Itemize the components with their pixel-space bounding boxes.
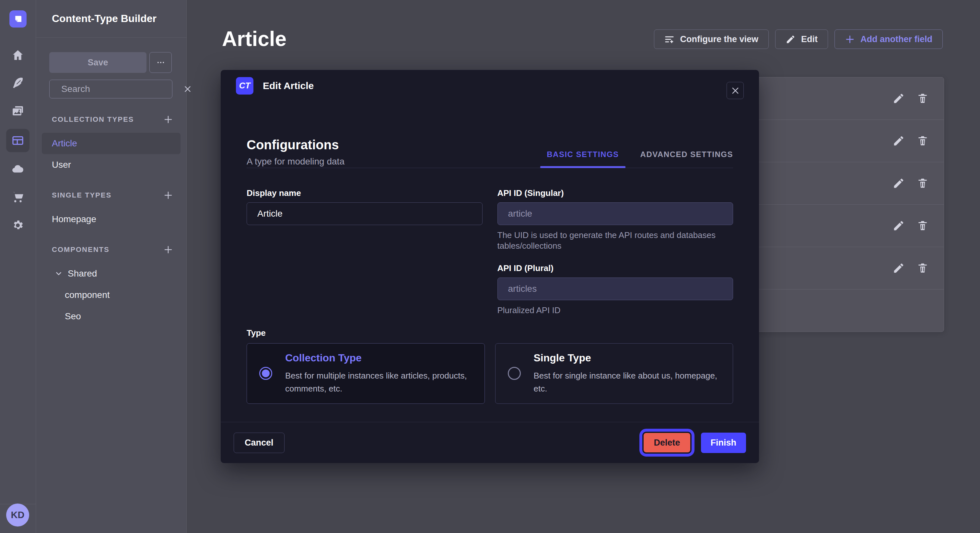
single-type-option[interactable]: Single Type Best for single instance lik… [495, 343, 733, 404]
plus-icon [845, 34, 855, 44]
search-input[interactable] [61, 84, 178, 94]
more-actions-button[interactable] [150, 52, 172, 73]
api-id-singular-hint: The UID is used to generate the API rout… [498, 230, 724, 252]
plus-icon [163, 190, 173, 200]
api-id-plural-field: API ID (Plural) Pluralized API ID [498, 263, 733, 316]
sidebar-item-seo[interactable]: Seo [42, 306, 180, 327]
radio-selected-icon[interactable] [259, 367, 272, 380]
home-icon [11, 49, 24, 62]
edit-content-type-modal: CT Edit Article Configurations A type fo… [221, 70, 759, 463]
edit-field-button[interactable] [892, 135, 905, 147]
nav-settings[interactable] [6, 214, 30, 237]
delete-field-button[interactable] [916, 219, 929, 232]
add-another-field-button[interactable]: Add another field [835, 30, 943, 49]
pencil-icon [892, 92, 905, 105]
single-types-label: SINGLE TYPES [52, 191, 111, 200]
finish-button[interactable]: Finish [701, 433, 746, 453]
edit-field-button[interactable] [892, 219, 905, 232]
gear-icon [11, 219, 24, 232]
clear-search-button[interactable] [183, 85, 192, 93]
plugin-sidebar: Content-Type Builder Save COLLECTION TYP… [36, 0, 187, 533]
configure-view-label: Configure the view [680, 34, 758, 44]
type-section: Type Collection Type Best for multiple i… [247, 328, 733, 404]
pictures-icon [11, 105, 24, 117]
nav-content-manager[interactable] [6, 71, 30, 94]
pencil-icon [892, 262, 905, 274]
display-name-input[interactable] [247, 202, 482, 225]
tab-advanced-settings[interactable]: ADVANCED SETTINGS [640, 150, 733, 168]
trash-icon [916, 92, 929, 105]
delete-button[interactable]: Delete [644, 433, 690, 452]
components-label: COMPONENTS [52, 246, 110, 254]
nav-marketplace[interactable] [6, 185, 30, 209]
collection-type-option[interactable]: Collection Type Best for multiple instan… [247, 343, 485, 404]
layout-icon [11, 134, 24, 147]
strapi-logo-icon [13, 14, 23, 24]
configure-view-button[interactable]: Configure the view [654, 30, 769, 49]
strapi-logo[interactable] [10, 10, 27, 27]
display-name-field: Display name [247, 188, 482, 252]
feather-pen-icon [11, 76, 24, 89]
add-single-type-button[interactable] [163, 190, 173, 200]
pencil-icon [786, 34, 795, 44]
edit-field-button[interactable] [892, 262, 905, 274]
components-section: COMPONENTS [52, 245, 173, 254]
tab-basic-settings[interactable]: BASIC SETTINGS [547, 150, 619, 168]
chevron-down-icon [54, 270, 63, 278]
configurations-header: Configurations A type for modeling data … [247, 102, 733, 168]
cancel-button[interactable]: Cancel [234, 433, 285, 453]
delete-field-button[interactable] [916, 92, 929, 105]
collection-type-description: Best for multiple instances like article… [285, 369, 471, 395]
nav-deploy[interactable] [6, 157, 30, 180]
add-another-field-label: Add another field [861, 34, 932, 44]
sidebar-item-homepage[interactable]: Homepage [42, 209, 180, 230]
nav-content-type-builder[interactable] [6, 129, 30, 152]
modal-title: Edit Article [263, 80, 314, 91]
cloud-icon [11, 162, 24, 175]
delete-field-button[interactable] [916, 177, 929, 189]
edit-field-button[interactable] [892, 177, 905, 189]
main-nav-rail: KD [0, 0, 36, 533]
sidebar-item-article[interactable]: Article [42, 133, 180, 154]
edit-label: Edit [801, 34, 818, 44]
component-group-shared[interactable]: Shared [42, 263, 180, 284]
trash-icon [916, 219, 929, 232]
modal-close-button[interactable] [727, 82, 744, 99]
nav-media-library[interactable] [6, 99, 30, 123]
radio-unselected-icon[interactable] [508, 367, 521, 380]
trash-icon [916, 177, 929, 189]
nav-home[interactable] [6, 43, 30, 67]
type-label: Type [247, 328, 733, 338]
single-type-title: Single Type [534, 352, 720, 364]
configurations-subheading: A type for modeling data [247, 156, 345, 167]
single-type-description: Best for single instance like about us, … [534, 369, 720, 395]
settings-tabs: BASIC SETTINGS ADVANCED SETTINGS [525, 150, 733, 168]
content-type-badge: CT [236, 77, 253, 95]
display-name-label: Display name [247, 188, 482, 198]
cart-icon [11, 190, 24, 203]
more-horizontal-icon [156, 58, 165, 67]
sidebar-item-user[interactable]: User [42, 154, 180, 176]
configure-lines-icon [664, 34, 675, 44]
delete-field-button[interactable] [916, 135, 929, 147]
delete-field-button[interactable] [916, 262, 929, 274]
save-button[interactable]: Save [49, 52, 146, 73]
user-avatar[interactable]: KD [6, 503, 29, 527]
plus-icon [163, 115, 173, 124]
edit-field-button[interactable] [892, 92, 905, 105]
close-icon [183, 85, 192, 93]
add-collection-type-button[interactable] [163, 115, 173, 124]
modal-footer: Cancel Delete Finish [221, 422, 759, 463]
api-id-singular-field: API ID (Singular) The UID is used to gen… [498, 188, 733, 252]
trash-icon [916, 135, 929, 147]
modal-header: CT Edit Article [221, 70, 759, 102]
collection-types-section: COLLECTION TYPES [52, 115, 173, 124]
edit-button[interactable]: Edit [775, 30, 828, 49]
sidebar-item-component[interactable]: component [42, 284, 180, 306]
configurations-heading: Configurations [247, 138, 339, 152]
api-id-singular-input[interactable] [498, 202, 733, 225]
pencil-icon [892, 177, 905, 189]
trash-icon [916, 262, 929, 274]
add-component-button[interactable] [163, 245, 173, 254]
api-id-plural-input[interactable] [498, 278, 733, 300]
